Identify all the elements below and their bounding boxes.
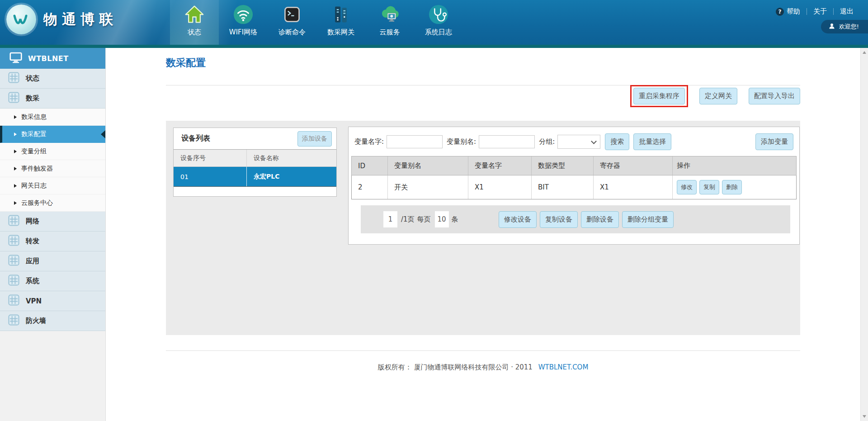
col-alias: 变量别名 (388, 156, 468, 175)
header-bottom-strip (0, 45, 868, 48)
content-panel: 设备列表 添加设备 设备序号 设备名称 01 永宏PLC 变量名字: (166, 121, 800, 335)
sidebar-item-label: 数采 (26, 94, 39, 103)
caret-right-icon (14, 201, 17, 205)
per-page-input[interactable] (435, 211, 449, 227)
sidebar-item-event-trigger[interactable]: 事件触发器 (0, 160, 105, 177)
device-action-buttons: 修改设备 复制设备 删除设备 删除分组变量 (499, 211, 674, 228)
sidebar-item-network[interactable]: 网络 (0, 212, 105, 232)
nav-tab-label: WIFI网络 (229, 28, 257, 37)
col-id: ID (352, 156, 388, 175)
sidebar-item-cloud-center[interactable]: 云服务中心 (0, 194, 105, 212)
nav-tab-syslog[interactable]: 系统日志 (414, 0, 463, 48)
batch-select-button[interactable]: 批量选择 (633, 133, 671, 150)
grid-icon (8, 72, 19, 85)
sidebar-item-label: 云服务中心 (21, 199, 53, 207)
grid-icon (8, 314, 19, 327)
nav-tab-label: 诊断命令 (278, 28, 306, 37)
logout-link[interactable]: 退出 (840, 7, 854, 16)
about-link[interactable]: 关于 (813, 7, 827, 16)
scroll-up-arrow-icon[interactable] (863, 51, 866, 54)
help-link-label: 帮助 (787, 7, 800, 16)
sidebar-item-label: 防火墙 (26, 317, 46, 325)
sidebar-item-daq-config[interactable]: 数采配置 (0, 126, 105, 143)
link-separator (833, 8, 834, 15)
group-label: 分组: (539, 137, 555, 146)
link-separator (807, 8, 807, 15)
sidebar-item-forwarding[interactable]: 转发 (0, 232, 105, 251)
device-table-header: 设备序号 设备名称 (174, 149, 336, 167)
about-link-label: 关于 (813, 7, 827, 16)
top-header: 物通博联 状态 (0, 0, 868, 48)
page-number-input[interactable] (383, 211, 397, 227)
brand-logo: 物通博联 (6, 5, 118, 34)
sidebar-item-label: 事件触发器 (21, 165, 53, 173)
config-import-export-button[interactable]: 配置导入导出 (749, 88, 800, 104)
main-content: 数采配置 重启采集程序 定义网关 配置导入导出 设备列表 添加设备 设备序号 设… (106, 48, 860, 421)
page-scrollbar[interactable] (860, 48, 868, 421)
delete-variable-button[interactable]: 删除 (722, 180, 742, 194)
device-name-cell: 永宏PLC (247, 173, 279, 181)
help-link[interactable]: ? 帮助 (776, 7, 800, 16)
variable-name-input[interactable] (387, 135, 443, 148)
sidebar-header: WTBLNET (0, 48, 105, 69)
caret-right-icon (14, 150, 17, 153)
group-select[interactable] (557, 135, 600, 149)
sidebar-item-firewall[interactable]: 防火墙 (0, 311, 105, 331)
variable-alias-input[interactable] (479, 135, 535, 148)
scroll-down-arrow-icon[interactable] (863, 415, 866, 418)
sidebar-item-variable-groups[interactable]: 变量分组 (0, 143, 105, 160)
copy-device-button[interactable]: 复制设备 (540, 211, 578, 228)
sidebar-item-data-acquisition[interactable]: 数采 (0, 89, 105, 109)
modify-device-button[interactable]: 修改设备 (499, 211, 537, 228)
sidebar-item-label: 应用 (26, 257, 39, 265)
terminal-icon (281, 4, 303, 25)
device-row-selected[interactable]: 01 永宏PLC (174, 167, 336, 186)
sidebar-item-daq-info[interactable]: 数采信息 (0, 109, 105, 126)
nav-tab-status[interactable]: 状态 (170, 0, 219, 48)
nav-tab-label: 数采网关 (327, 28, 354, 37)
footer-link[interactable]: WTBLNET.COM (538, 363, 589, 371)
device-list-panel: 设备列表 添加设备 设备序号 设备名称 01 永宏PLC (173, 128, 337, 197)
variable-panel: 变量名字: 变量别名: 分组: 搜索 批量选择 添加变量 ID (348, 127, 800, 245)
col-actions: 操作 (673, 156, 796, 175)
search-button[interactable]: 搜索 (605, 133, 629, 150)
copy-variable-button[interactable]: 复制 (699, 180, 719, 194)
variable-table: ID 变量别名 变量名字 数据类型 寄存器 操作 2 开关 X1 BIT X1 (351, 156, 797, 199)
welcome-text: 欢迎您! (839, 23, 859, 31)
modify-variable-button[interactable]: 修改 (677, 180, 697, 194)
col-register: 寄存器 (594, 156, 673, 175)
define-gateway-button[interactable]: 定义网关 (699, 88, 737, 104)
sidebar-item-applications[interactable]: 应用 (0, 251, 105, 271)
page-total-label: /1页 (401, 215, 415, 224)
cell-datatype: BIT (532, 175, 594, 199)
delete-device-button[interactable]: 删除设备 (581, 211, 619, 228)
sidebar-item-system[interactable]: 系统 (0, 271, 105, 291)
delete-group-vars-button[interactable]: 删除分组变量 (622, 211, 674, 228)
device-table-footer (174, 186, 336, 196)
unit-label: 条 (452, 215, 458, 224)
sidebar-item-vpn[interactable]: VPN (0, 291, 105, 311)
logo-icon (6, 5, 36, 34)
home-icon (184, 4, 205, 25)
sidebar-item-label: 数采信息 (21, 113, 47, 121)
add-device-button[interactable]: 添加设备 (297, 131, 332, 147)
cell-alias: 开关 (388, 175, 468, 199)
sidebar-item-label: 数采配置 (21, 130, 47, 138)
welcome-badge: 欢迎您! (821, 20, 868, 33)
sidebar-item-gateway-log[interactable]: 网关日志 (0, 177, 105, 194)
nav-tab-gateway[interactable]: 数采网关 (316, 0, 365, 48)
add-variable-button[interactable]: 添加变量 (755, 133, 793, 150)
question-icon: ? (776, 8, 784, 16)
page-title: 数采配置 (166, 56, 206, 70)
nav-tab-cloud[interactable]: 云服务 (365, 0, 414, 48)
page-toolbar: 重启采集程序 定义网关 配置导入导出 (166, 86, 800, 107)
sidebar-item-status[interactable]: 状态 (0, 69, 105, 89)
title-divider (166, 85, 800, 85)
grid-icon (8, 294, 19, 307)
person-icon (828, 23, 835, 31)
nav-tab-diagnostics[interactable]: 诊断命令 (268, 0, 316, 48)
restart-collector-button[interactable]: 重启采集程序 (633, 88, 685, 104)
header-links: ? 帮助 关于 退出 (776, 7, 854, 16)
per-page-label: 每页 (417, 215, 431, 224)
nav-tab-wifi[interactable]: WIFI网络 (219, 0, 268, 48)
